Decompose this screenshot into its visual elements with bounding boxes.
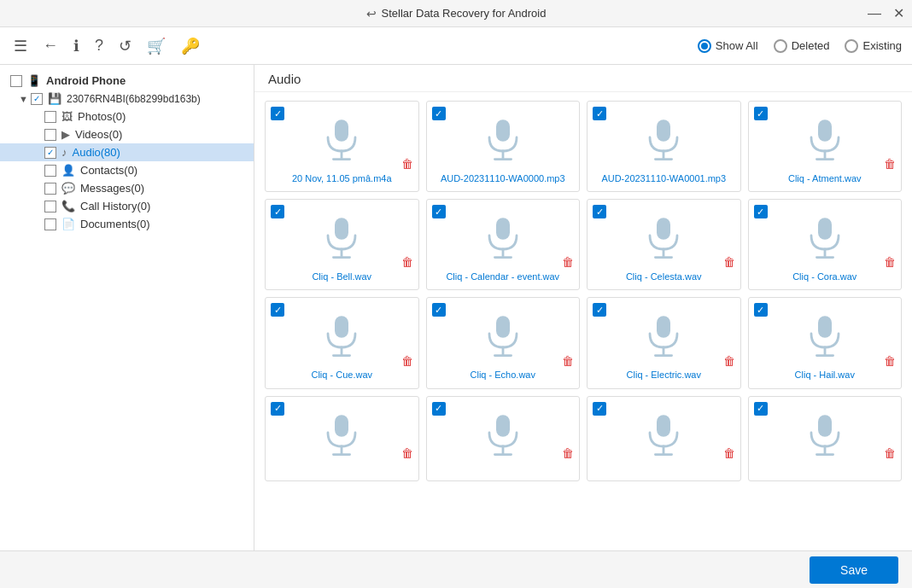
callhistory-checkbox[interactable] [44, 201, 56, 212]
delete-icon[interactable]: 🗑 [723, 354, 735, 368]
audio-item-checkbox[interactable] [432, 205, 446, 218]
sidebar-item-photos[interactable]: 🖼 Photos(0) [0, 108, 254, 125]
help-icon[interactable]: ? [91, 33, 107, 58]
delete-icon[interactable]: 🗑 [401, 354, 413, 368]
audio-filename: AUD-20231110-WA0001.mp3 [601, 173, 726, 184]
messages-label: Messages(0) [80, 182, 144, 195]
content-scroll[interactable]: 🗑 20 Nov, 11.05 pmâ.m4a AUD-20231110-WA0… [254, 92, 912, 550]
svg-rect-27 [496, 317, 510, 339]
mic-icon [640, 215, 687, 266]
sidebar-item-videos[interactable]: ▶ Videos(0) [0, 125, 254, 143]
minimize-button[interactable]: — [868, 7, 881, 20]
audio-item-checkbox[interactable] [754, 402, 768, 416]
delete-icon[interactable]: 🗑 [884, 446, 896, 460]
svg-rect-0 [335, 119, 348, 142]
filter-radio-group: Show All Deleted Existing [698, 39, 902, 53]
audio-grid: 🗑 20 Nov, 11.05 pmâ.m4a AUD-20231110-WA0… [265, 101, 902, 481]
mic-icon [479, 412, 527, 463]
svg-rect-42 [657, 415, 670, 437]
delete-icon[interactable]: 🗑 [884, 255, 896, 269]
delete-icon[interactable]: 🗑 [562, 446, 574, 460]
documents-checkbox[interactable] [44, 218, 56, 230]
photos-label: Photos(0) [78, 110, 126, 123]
callhistory-label: Call History(0) [80, 200, 150, 212]
audio-icon: ♪ [61, 146, 67, 159]
audio-filename: Cliq - Echo.wav [471, 370, 535, 381]
audio-item-checkbox[interactable] [432, 402, 446, 416]
mic-icon [318, 313, 365, 364]
existing-radio[interactable]: Existing [845, 39, 902, 53]
mic-icon [318, 412, 365, 463]
existing-radio-circle [845, 39, 858, 53]
audio-item-checkbox[interactable] [754, 107, 768, 120]
audio-item-checkbox[interactable] [432, 107, 446, 120]
documents-label: Documents(0) [80, 218, 150, 230]
toolbar: ☰ ← ℹ ? ↺ 🛒 🔑 Show All Deleted Existing [0, 27, 912, 65]
cart-icon[interactable]: 🛒 [143, 33, 169, 59]
audio-item-checkbox[interactable] [593, 303, 606, 317]
audio-item-checkbox[interactable] [593, 205, 606, 218]
back-icon[interactable]: ← [39, 33, 61, 58]
delete-icon[interactable]: 🗑 [562, 354, 574, 368]
delete-icon[interactable]: 🗑 [562, 255, 574, 269]
list-item: 🗑 Cliq - Cue.wav [265, 297, 419, 388]
audio-checkbox[interactable] [44, 147, 56, 159]
audio-filename: Cliq - Bell.wav [312, 271, 371, 282]
root-checkbox[interactable] [10, 75, 22, 87]
svg-rect-15 [496, 218, 510, 240]
svg-rect-45 [818, 415, 832, 437]
delete-icon[interactable]: 🗑 [401, 446, 413, 460]
videos-icon: ▶ [61, 128, 70, 141]
info-icon[interactable]: ℹ [70, 33, 83, 59]
list-item: 🗑 Cliq - Bell.wav [265, 199, 419, 290]
list-item: 🗑 [587, 396, 741, 481]
delete-icon[interactable]: 🗑 [401, 255, 413, 269]
sidebar-item-messages[interactable]: 💬 Messages(0) [0, 179, 254, 197]
sidebar-root[interactable]: 📱 Android Phone [0, 72, 254, 90]
contacts-label: Contacts(0) [80, 164, 137, 177]
audio-item-checkbox[interactable] [593, 402, 606, 416]
content-area: Audio 🗑 20 Nov, 11.05 pm [254, 65, 912, 550]
videos-checkbox[interactable] [44, 129, 56, 141]
sidebar-item-documents[interactable]: 📄 Documents(0) [0, 215, 254, 233]
bottom-bar: Save [0, 550, 912, 588]
audio-item-checkbox[interactable] [593, 107, 606, 120]
audio-item-checkbox[interactable] [754, 205, 768, 218]
audio-item-checkbox[interactable] [271, 205, 284, 218]
photos-checkbox[interactable] [44, 111, 56, 123]
audio-item-checkbox[interactable] [271, 303, 284, 317]
delete-icon[interactable]: 🗑 [723, 446, 735, 460]
refresh-icon[interactable]: ↺ [115, 33, 135, 59]
messages-checkbox[interactable] [44, 183, 56, 195]
svg-rect-39 [496, 415, 510, 437]
list-item: AUD-20231110-WA0000.mp3 [426, 101, 581, 192]
device-label: 23076RN4BI(6b8299bd163b) [67, 93, 201, 105]
list-item: 🗑 [265, 396, 419, 481]
save-button[interactable]: Save [810, 556, 898, 584]
audio-item-checkbox[interactable] [271, 402, 284, 416]
audio-filename: Cliq - Calendar - event.wav [446, 271, 559, 282]
device-checkbox[interactable] [31, 93, 43, 105]
menu-icon[interactable]: ☰ [10, 33, 31, 59]
messages-icon: 💬 [61, 182, 75, 195]
audio-filename: AUD-20231110-WA0000.mp3 [441, 173, 565, 184]
delete-icon[interactable]: 🗑 [401, 157, 413, 171]
audio-item-checkbox[interactable] [754, 303, 768, 317]
audio-item-checkbox[interactable] [432, 303, 446, 317]
sidebar-device[interactable]: ▼ 💾 23076RN4BI(6b8299bd163b) [0, 90, 254, 108]
deleted-radio[interactable]: Deleted [774, 39, 830, 53]
close-button[interactable]: ✕ [892, 7, 905, 20]
window-controls: — ✕ [868, 7, 905, 20]
key-icon[interactable]: 🔑 [178, 33, 203, 59]
audio-filename: Cliq - Cue.wav [311, 370, 372, 381]
audio-filename: Cliq - Cora.wav [792, 271, 856, 282]
sidebar-item-contacts[interactable]: 👤 Contacts(0) [0, 161, 254, 179]
delete-icon[interactable]: 🗑 [884, 157, 896, 171]
delete-icon[interactable]: 🗑 [884, 354, 896, 368]
show-all-radio[interactable]: Show All [698, 39, 758, 53]
sidebar-item-callhistory[interactable]: 📞 Call History(0) [0, 197, 254, 215]
audio-item-checkbox[interactable] [271, 107, 284, 120]
sidebar-item-audio[interactable]: ♪ Audio(80) [0, 143, 254, 161]
delete-icon[interactable]: 🗑 [723, 255, 735, 269]
contacts-checkbox[interactable] [44, 165, 56, 177]
